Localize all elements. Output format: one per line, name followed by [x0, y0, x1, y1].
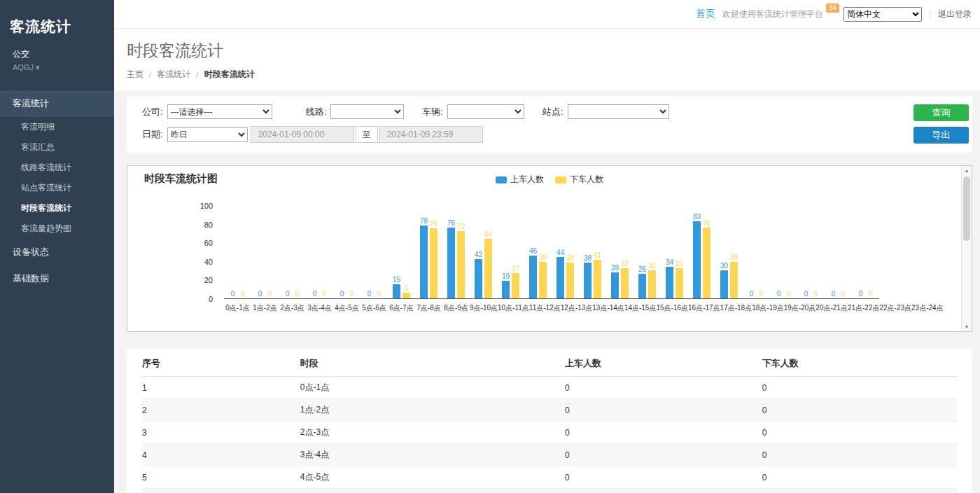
sidebar-item[interactable]: 线路客流统计	[0, 158, 114, 178]
language-select[interactable]: 简体中文	[844, 7, 922, 22]
bar-value-label: 0	[350, 290, 354, 298]
bar-group: 7875	[415, 206, 442, 298]
bar-下车人数: 0	[348, 206, 356, 298]
date-end-input[interactable]	[379, 126, 483, 143]
x-axis-label: 21点-22点	[848, 303, 880, 313]
breadcrumb-item[interactable]: 主页	[127, 69, 144, 81]
org-code-label: AQGJ	[13, 63, 34, 71]
bar-value-label: 46	[529, 247, 537, 255]
bar	[512, 273, 519, 298]
breadcrumb-item: 时段客流统计	[204, 69, 255, 81]
x-axis-label: 9点-10点	[470, 303, 498, 313]
bar-value-label: 0	[313, 290, 317, 298]
bar-下车人数: 38	[566, 206, 574, 298]
bar	[584, 263, 592, 298]
station-select[interactable]	[568, 104, 669, 119]
bar-value-label: 64	[484, 230, 492, 238]
bar-上车人数: 83	[693, 206, 701, 298]
bar-下车人数: 0	[812, 206, 820, 298]
bar-value-label: 32	[676, 260, 683, 268]
breadcrumb: 主页/客流统计/时段客流统计	[127, 69, 980, 81]
bar-下车人数: 72	[457, 206, 465, 298]
bar-value-label: 0	[241, 290, 245, 298]
sidebar-item[interactable]: 设备状态	[0, 239, 114, 265]
logout-link[interactable]: 退出登录	[938, 8, 972, 20]
separator: |	[929, 9, 931, 19]
query-button[interactable]: 查询	[913, 104, 969, 121]
home-link[interactable]: 首页	[696, 8, 715, 20]
user-block: 公交 AQGJ ▾	[0, 36, 114, 72]
chart-scrollbar[interactable]: ▲ ▼	[961, 166, 972, 331]
bar-value-label: 26	[638, 265, 646, 273]
bar-value-label: 15	[393, 276, 400, 284]
table-cell: 0	[565, 466, 762, 489]
bar-value-label: 0	[777, 290, 781, 298]
bar	[430, 228, 438, 298]
date-to-label: 至	[356, 126, 378, 143]
scrollbar-down-icon[interactable]: ▼	[962, 324, 972, 329]
table-cell: 3	[142, 422, 300, 444]
x-axis-label: 13点-14点	[592, 303, 624, 313]
bar-下车人数: 32	[676, 206, 683, 298]
bar-value-label: 78	[420, 217, 428, 225]
bar-value-label: 0	[340, 290, 344, 298]
bar-上车人数: 0	[338, 206, 346, 298]
table-header-cell: 上车人数	[565, 350, 762, 377]
scrollbar-up-icon[interactable]: ▲	[962, 168, 972, 173]
export-button[interactable]: 导出	[913, 127, 969, 144]
sidebar-item[interactable]: 客流明细	[0, 117, 114, 137]
y-axis-tick-label: 100	[200, 202, 213, 210]
bar-下车人数: 0	[375, 206, 383, 298]
sidebar-item[interactable]: 基础数据	[0, 265, 114, 292]
bar	[693, 221, 701, 298]
bar	[475, 259, 482, 298]
bar-value-label: 39	[730, 254, 738, 261]
x-axis-label: 2点-3点	[279, 303, 306, 313]
vehicle-select[interactable]	[447, 104, 524, 119]
x-axis-label: 18点-19点	[752, 303, 784, 313]
scrollbar-thumb[interactable]	[963, 176, 970, 241]
company-label: 公司:	[142, 106, 163, 118]
bar	[720, 270, 728, 298]
x-axis-label: 4点-5点	[333, 303, 360, 313]
x-axis-label: 12点-13点	[561, 303, 593, 313]
breadcrumb-item[interactable]: 客流统计	[157, 69, 190, 81]
sidebar-item[interactable]: 客流汇总	[0, 137, 114, 158]
date-preset-select[interactable]: 昨日	[167, 127, 248, 142]
bar-上车人数: 30	[720, 206, 728, 298]
chart-legend: 上车人数下车人数	[496, 174, 603, 186]
company-select[interactable]: ---请选择---	[167, 104, 272, 119]
sidebar-item[interactable]: 客流统计	[0, 90, 114, 117]
bar-上车人数: 76	[447, 206, 455, 298]
legend-item[interactable]: 下车人数	[555, 174, 603, 186]
bar-group: 00	[852, 206, 879, 298]
app-logo: 客流统计	[0, 0, 114, 36]
caret-down-icon: ▾	[36, 63, 40, 71]
x-axis-label: 22点-23点	[879, 303, 911, 313]
table-card: 序号时段上车人数下车人数 10点-1点0021点-2点0032点-3点0043点…	[127, 349, 972, 493]
x-axis-label: 1点-2点	[251, 303, 279, 313]
bar-group: 7672	[442, 206, 470, 298]
x-axis-label: 3点-4点	[306, 303, 333, 313]
line-select[interactable]	[330, 104, 404, 119]
x-axis-label: 17点-18点	[720, 303, 752, 313]
sidebar-item[interactable]: 客流量趋势图	[0, 218, 114, 239]
bar-上车人数: 44	[556, 206, 564, 298]
y-axis-tick-label: 40	[204, 258, 213, 265]
table-cell: 0	[762, 444, 957, 466]
bar-下车人数: 30	[648, 206, 656, 298]
date-start-input[interactable]	[251, 126, 354, 143]
sidebar-item[interactable]: 时段客流统计	[0, 198, 114, 218]
sidebar-item[interactable]: 站点客流统计	[0, 178, 114, 198]
bar-value-label: 0	[323, 290, 327, 298]
bar-value-label: 72	[457, 223, 465, 230]
table-row: 10点-1点00	[142, 377, 957, 399]
legend-item[interactable]: 上车人数	[496, 174, 544, 186]
line-label: 线路:	[306, 106, 327, 118]
bar-group: 4438	[552, 206, 579, 298]
org-code-dropdown[interactable]: AQGJ ▾	[13, 63, 102, 72]
bar-value-label: 39	[539, 254, 547, 261]
bar-value-label: 0	[787, 290, 791, 298]
bar-value-label: 0	[760, 290, 764, 298]
bar-下车人数: 75	[430, 206, 438, 298]
